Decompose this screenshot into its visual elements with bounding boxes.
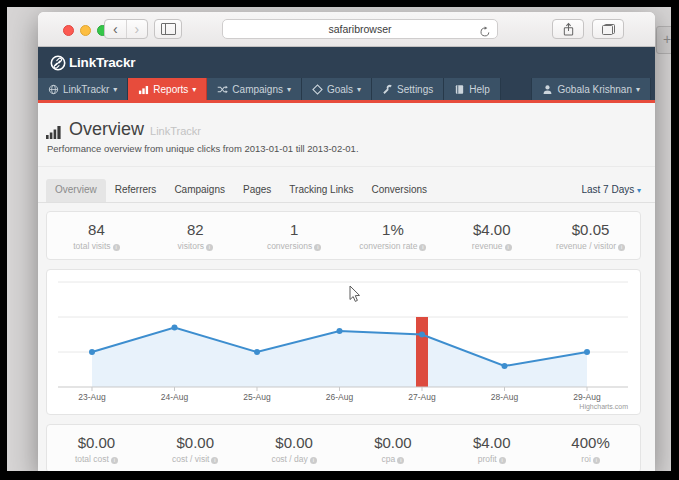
info-icon[interactable]: i — [111, 457, 118, 464]
x-axis-label: 26-Aug — [326, 392, 354, 402]
page-title-brand: LinkTrackr — [150, 125, 201, 137]
period-label: Last 7 Days — [581, 184, 634, 195]
stat-value: $0.00 — [146, 434, 245, 451]
caret-down-icon: ▾ — [287, 85, 291, 94]
stat-label: cost / dayi — [245, 454, 344, 464]
stat-value: 1% — [343, 221, 442, 238]
sidebar-icon — [161, 23, 176, 35]
stat-label: visitorsi — [146, 241, 245, 251]
back-button[interactable]: ‹ — [105, 20, 126, 38]
tab-tracking-links[interactable]: Tracking Links — [280, 179, 362, 202]
nav-item-help[interactable]: Help — [444, 78, 501, 100]
data-point[interactable] — [584, 349, 590, 355]
stat-visitors: 82visitorsi — [146, 221, 245, 251]
visits-chart[interactable]: 23-Aug24-Aug25-Aug26-Aug27-Aug28-Aug29-A… — [50, 272, 638, 412]
stat-value: 84 — [47, 221, 146, 238]
stat-value: 82 — [146, 221, 245, 238]
stat-label: roii — [541, 454, 640, 464]
stat-label: cost / visiti — [146, 454, 245, 464]
info-icon[interactable]: i — [206, 244, 213, 251]
nav-item-linktrackr[interactable]: LinkTrackr▾ — [38, 78, 128, 100]
tab-campaigns[interactable]: Campaigns — [165, 179, 234, 202]
data-point[interactable] — [502, 363, 508, 369]
stat-profit: $4.00profiti — [442, 434, 541, 464]
linktrackr-logo[interactable]: LinkTrackr — [50, 55, 135, 71]
stat-label: conversion ratei — [343, 241, 442, 251]
stat-label: revenuei — [442, 241, 541, 251]
sidebar-toggle-button[interactable] — [154, 19, 182, 39]
nav-item-goals[interactable]: Goals▾ — [302, 78, 372, 100]
nav-spacer — [501, 78, 532, 100]
stat-revenue-visitor: $0.05revenue / visitori — [541, 221, 640, 251]
nav-item-label: LinkTrackr — [63, 84, 109, 95]
info-icon[interactable]: i — [211, 457, 218, 464]
data-point[interactable] — [89, 349, 95, 355]
data-point[interactable] — [172, 325, 178, 331]
caret-down-icon: ▾ — [637, 186, 641, 195]
new-tab-button[interactable]: + — [656, 26, 671, 54]
nav-item-label: Reports — [153, 84, 188, 95]
bottom-stats-panel: $0.00total costi$0.00cost / visiti$0.00c… — [46, 424, 641, 471]
nav-item-campaigns[interactable]: Campaigns▾ — [207, 78, 302, 100]
user-menu-label: Gobala Krishnan — [557, 84, 632, 95]
forward-button[interactable]: › — [126, 20, 148, 38]
period-dropdown[interactable]: Last 7 Days ▾ — [581, 184, 641, 202]
data-point[interactable] — [254, 349, 260, 355]
nav-item-label: Campaigns — [232, 84, 283, 95]
globe-icon — [48, 84, 59, 95]
stat-value: $0.00 — [343, 434, 442, 451]
x-axis-label: 29-Aug — [573, 392, 601, 402]
stat-cpa: $0.00cpai — [343, 434, 442, 464]
tab-conversions[interactable]: Conversions — [362, 179, 436, 202]
info-icon[interactable]: i — [397, 457, 404, 464]
reload-icon[interactable] — [479, 24, 491, 36]
close-button[interactable] — [63, 25, 74, 36]
info-icon[interactable]: i — [314, 244, 321, 251]
data-point[interactable] — [337, 328, 343, 334]
nav-item-label: Help — [469, 84, 490, 95]
data-point[interactable] — [419, 332, 425, 338]
stat-value: $0.05 — [541, 221, 640, 238]
stat-conversion-rate: 1%conversion ratei — [343, 221, 442, 251]
stat-cost-day: $0.00cost / dayi — [245, 434, 344, 464]
caret-down-icon: ▾ — [192, 85, 196, 94]
info-icon[interactable]: i — [593, 457, 600, 464]
logo-text: LinkTrackr — [69, 55, 135, 70]
stat-label: revenue / visitori — [541, 241, 640, 251]
user-menu[interactable]: Gobala Krishnan ▾ — [531, 78, 651, 100]
minimize-button[interactable] — [80, 25, 91, 36]
info-icon[interactable]: i — [419, 244, 426, 251]
stat-label: profiti — [442, 454, 541, 464]
info-icon[interactable]: i — [310, 457, 317, 464]
shuffle-icon — [217, 84, 228, 95]
top-stats-panel: 84total visitsi82visitorsi1conversionsi1… — [46, 211, 641, 260]
info-icon[interactable]: i — [499, 457, 506, 464]
stat-conversions: 1conversionsi — [245, 221, 344, 251]
browser-window: ‹ › safaribrowser — [38, 12, 655, 471]
info-icon[interactable]: i — [618, 244, 625, 251]
x-axis-label: 24-Aug — [161, 392, 189, 402]
page-title: Overview — [69, 119, 144, 140]
address-bar-text: safaribrowser — [223, 20, 497, 38]
nav-item-reports[interactable]: Reports▾ — [128, 78, 207, 100]
stat-label: total costi — [47, 454, 146, 464]
info-icon[interactable]: i — [113, 244, 120, 251]
desktop-background: + ‹ › safaribrowser — [7, 7, 671, 471]
conversion-column[interactable] — [416, 317, 428, 387]
tab-referrers[interactable]: Referrers — [106, 179, 166, 202]
share-button[interactable] — [552, 19, 584, 39]
address-bar[interactable]: safaribrowser — [222, 19, 498, 39]
stat-value: 400% — [541, 434, 640, 451]
nav-item-settings[interactable]: Settings — [372, 78, 444, 100]
user-icon — [542, 84, 553, 95]
mouse-cursor — [348, 285, 361, 303]
tab-pages[interactable]: Pages — [234, 179, 280, 202]
bar-chart-icon — [138, 84, 149, 95]
stat-value: $0.00 — [47, 434, 146, 451]
tab-overview[interactable]: Overview — [46, 179, 106, 202]
show-tabs-button[interactable] — [592, 19, 624, 39]
diamond-icon — [312, 84, 323, 95]
highcharts-credit[interactable]: Highcharts.com — [579, 403, 628, 411]
wrench-icon — [382, 84, 393, 95]
info-icon[interactable]: i — [505, 244, 512, 251]
